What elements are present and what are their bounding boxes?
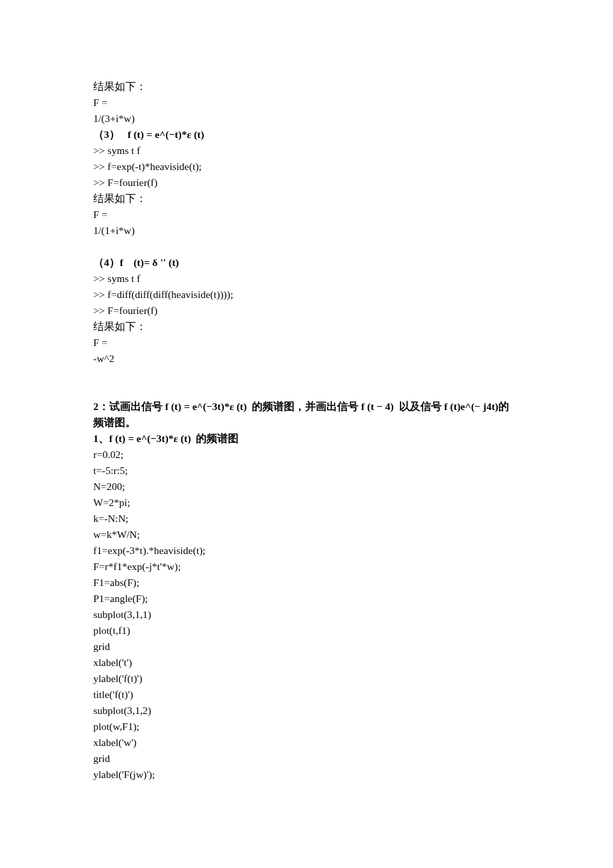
code-line: k=-N:N; — [93, 511, 520, 527]
text-line: 结果如下： — [93, 79, 520, 95]
text-line: F = — [93, 95, 520, 111]
code-line: r=0.02; — [93, 447, 520, 463]
code-line: subplot(3,1,1) — [93, 607, 520, 623]
code-line: F1=abs(F); — [93, 575, 520, 591]
blank-line — [93, 367, 520, 383]
text-line: 结果如下： — [93, 191, 520, 207]
document-page: 结果如下： F = 1/(3+i*w) （3） f (t) = e^(−t)*ε… — [0, 0, 613, 868]
heading-line: （4）f (t)= δ '' (t) — [93, 255, 520, 271]
code-line: ylabel('f(t)') — [93, 671, 520, 687]
code-line: subplot(3,1,2) — [93, 703, 520, 719]
heading-line: 2：试画出信号 f (t) = e^(−3t)*ε (t) 的频谱图，并画出信号… — [93, 399, 520, 431]
blank-line — [93, 239, 520, 255]
code-line: >> F=fourier(f) — [93, 303, 520, 319]
code-line: ylabel('F(jw)'); — [93, 767, 520, 783]
code-line: plot(w,F1); — [93, 719, 520, 735]
code-line: >> syms t f — [93, 143, 520, 159]
code-line: F=r*f1*exp(-j*t'*w); — [93, 559, 520, 575]
text-line: -w^2 — [93, 351, 520, 367]
heading-line: （3） f (t) = e^(−t)*ε (t) — [93, 127, 520, 143]
code-line: plot(t,f1) — [93, 623, 520, 639]
code-line: N=200; — [93, 479, 520, 495]
text-line: F = — [93, 207, 520, 223]
blank-line — [93, 383, 520, 399]
heading-line: 1、f (t) = e^(−3t)*ε (t) 的频谱图 — [93, 431, 520, 447]
code-line: >> f=diff(diff(diff(heaviside(t)))); — [93, 287, 520, 303]
code-line: >> syms t f — [93, 271, 520, 287]
code-line: >> f=exp(-t)*heaviside(t); — [93, 159, 520, 175]
code-line: xlabel('t') — [93, 655, 520, 671]
code-line: t=-5:r:5; — [93, 463, 520, 479]
code-line: P1=angle(F); — [93, 591, 520, 607]
code-line: w=k*W/N; — [93, 527, 520, 543]
text-line: 1/(3+i*w) — [93, 111, 520, 127]
code-line: W=2*pi; — [93, 495, 520, 511]
code-line: >> F=fourier(f) — [93, 175, 520, 191]
text-line: F = — [93, 335, 520, 351]
code-line: grid — [93, 639, 520, 655]
code-line: xlabel('w') — [93, 735, 520, 751]
code-line: grid — [93, 751, 520, 767]
code-line: title('f(t)') — [93, 687, 520, 703]
code-line: f1=exp(-3*t).*heaviside(t); — [93, 543, 520, 559]
text-line: 结果如下： — [93, 319, 520, 335]
text-line: 1/(1+i*w) — [93, 223, 520, 239]
